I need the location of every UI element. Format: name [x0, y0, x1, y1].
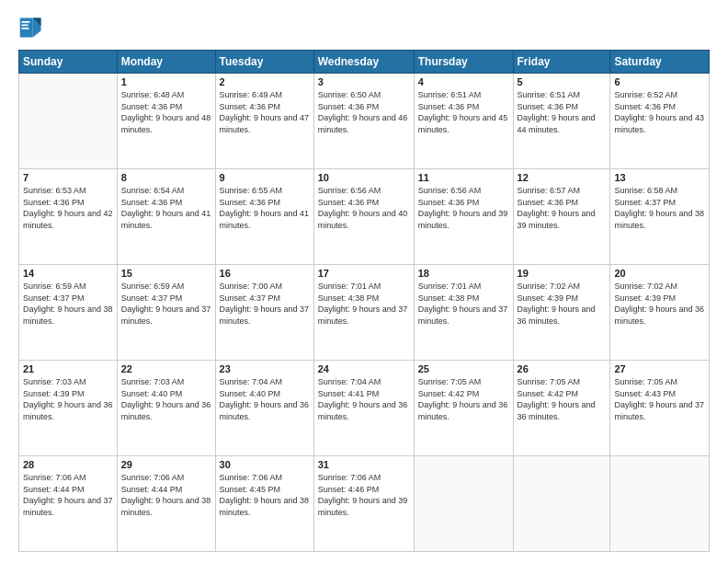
day-info: Sunrise: 6:51 AMSunset: 4:36 PMDaylight:… [518, 89, 607, 135]
page: SundayMondayTuesdayWednesdayThursdayFrid… [0, 0, 728, 563]
day-number: 19 [518, 268, 607, 279]
logo [18, 15, 48, 40]
calendar-cell: 13Sunrise: 6:58 AMSunset: 4:37 PMDayligh… [610, 169, 710, 265]
header [18, 15, 710, 40]
calendar-cell [414, 456, 513, 552]
day-info: Sunrise: 7:05 AMSunset: 4:42 PMDaylight:… [418, 376, 509, 422]
day-number: 24 [318, 363, 410, 374]
day-number: 12 [518, 172, 607, 183]
svg-rect-4 [22, 21, 30, 23]
weekday-header: Wednesday [313, 51, 414, 74]
calendar-week-row: 14Sunrise: 6:59 AMSunset: 4:37 PMDayligh… [19, 265, 710, 361]
day-info: Sunrise: 6:59 AMSunset: 4:37 PMDaylight:… [23, 281, 113, 327]
day-info: Sunrise: 7:03 AMSunset: 4:39 PMDaylight:… [23, 376, 113, 422]
calendar-cell: 11Sunrise: 6:56 AMSunset: 4:36 PMDayligh… [414, 169, 513, 265]
day-info: Sunrise: 7:05 AMSunset: 4:42 PMDaylight:… [518, 376, 607, 422]
calendar-cell: 4Sunrise: 6:51 AMSunset: 4:36 PMDaylight… [414, 74, 513, 169]
calendar-cell: 9Sunrise: 6:55 AMSunset: 4:36 PMDaylight… [215, 169, 313, 265]
calendar-cell: 5Sunrise: 6:51 AMSunset: 4:36 PMDaylight… [513, 74, 610, 169]
day-number: 27 [614, 363, 705, 374]
day-number: 3 [318, 76, 410, 87]
day-number: 15 [121, 268, 211, 279]
weekday-header: Tuesday [215, 51, 313, 74]
calendar-cell: 15Sunrise: 6:59 AMSunset: 4:37 PMDayligh… [117, 265, 215, 361]
calendar-cell: 27Sunrise: 7:05 AMSunset: 4:43 PMDayligh… [610, 361, 710, 456]
day-number: 23 [220, 363, 310, 374]
day-info: Sunrise: 7:04 AMSunset: 4:40 PMDaylight:… [220, 376, 310, 422]
day-info: Sunrise: 6:52 AMSunset: 4:36 PMDaylight:… [614, 89, 705, 135]
day-info: Sunrise: 6:49 AMSunset: 4:36 PMDaylight:… [220, 89, 310, 135]
calendar-cell: 8Sunrise: 6:54 AMSunset: 4:36 PMDaylight… [117, 169, 215, 265]
calendar-week-row: 1Sunrise: 6:48 AMSunset: 4:36 PMDaylight… [19, 74, 710, 169]
day-number: 5 [518, 76, 607, 87]
calendar-body: 1Sunrise: 6:48 AMSunset: 4:36 PMDaylight… [19, 74, 710, 552]
calendar-week-row: 28Sunrise: 7:06 AMSunset: 4:44 PMDayligh… [19, 456, 710, 552]
day-info: Sunrise: 6:54 AMSunset: 4:36 PMDaylight:… [121, 185, 211, 231]
day-info: Sunrise: 6:50 AMSunset: 4:36 PMDaylight:… [318, 89, 410, 135]
calendar-table: SundayMondayTuesdayWednesdayThursdayFrid… [18, 50, 710, 552]
day-info: Sunrise: 6:53 AMSunset: 4:36 PMDaylight:… [23, 185, 113, 231]
calendar-cell [513, 456, 610, 552]
day-info: Sunrise: 7:02 AMSunset: 4:39 PMDaylight:… [614, 281, 705, 327]
day-number: 14 [23, 268, 113, 279]
day-info: Sunrise: 6:48 AMSunset: 4:36 PMDaylight:… [121, 89, 211, 135]
calendar-cell: 2Sunrise: 6:49 AMSunset: 4:36 PMDaylight… [215, 74, 313, 169]
calendar-cell: 7Sunrise: 6:53 AMSunset: 4:36 PMDaylight… [19, 169, 118, 265]
day-number: 13 [614, 172, 705, 183]
calendar-cell: 18Sunrise: 7:01 AMSunset: 4:38 PMDayligh… [414, 265, 513, 361]
weekday-header: Monday [117, 51, 215, 74]
calendar-header: SundayMondayTuesdayWednesdayThursdayFrid… [19, 51, 710, 74]
day-number: 11 [418, 172, 509, 183]
day-number: 4 [418, 76, 509, 87]
day-number: 16 [220, 268, 310, 279]
day-info: Sunrise: 6:57 AMSunset: 4:36 PMDaylight:… [518, 185, 607, 231]
day-info: Sunrise: 7:06 AMSunset: 4:44 PMDaylight:… [23, 472, 113, 518]
calendar-cell: 14Sunrise: 6:59 AMSunset: 4:37 PMDayligh… [19, 265, 118, 361]
logo-icon [18, 15, 44, 40]
calendar-cell: 30Sunrise: 7:06 AMSunset: 4:45 PMDayligh… [215, 456, 313, 552]
day-info: Sunrise: 7:02 AMSunset: 4:39 PMDaylight:… [518, 281, 607, 327]
day-number: 17 [318, 268, 410, 279]
day-number: 26 [518, 363, 607, 374]
day-info: Sunrise: 7:04 AMSunset: 4:41 PMDaylight:… [318, 376, 410, 422]
calendar-cell: 26Sunrise: 7:05 AMSunset: 4:42 PMDayligh… [513, 361, 610, 456]
calendar-cell: 22Sunrise: 7:03 AMSunset: 4:40 PMDayligh… [117, 361, 215, 456]
day-info: Sunrise: 7:05 AMSunset: 4:43 PMDaylight:… [614, 376, 705, 422]
weekday-header: Thursday [414, 51, 513, 74]
day-info: Sunrise: 6:55 AMSunset: 4:36 PMDaylight:… [220, 185, 310, 231]
calendar-cell: 20Sunrise: 7:02 AMSunset: 4:39 PMDayligh… [610, 265, 710, 361]
day-info: Sunrise: 7:06 AMSunset: 4:44 PMDaylight:… [121, 472, 211, 518]
day-info: Sunrise: 6:56 AMSunset: 4:36 PMDaylight:… [418, 185, 509, 231]
calendar-cell: 1Sunrise: 6:48 AMSunset: 4:36 PMDaylight… [117, 74, 215, 169]
day-number: 21 [23, 363, 113, 374]
calendar-cell: 19Sunrise: 7:02 AMSunset: 4:39 PMDayligh… [513, 265, 610, 361]
day-number: 6 [614, 76, 705, 87]
day-info: Sunrise: 7:00 AMSunset: 4:37 PMDaylight:… [220, 281, 310, 327]
day-number: 28 [23, 459, 113, 470]
calendar-cell: 10Sunrise: 6:56 AMSunset: 4:36 PMDayligh… [313, 169, 414, 265]
day-number: 8 [121, 172, 211, 183]
calendar-cell: 21Sunrise: 7:03 AMSunset: 4:39 PMDayligh… [19, 361, 118, 456]
day-info: Sunrise: 6:59 AMSunset: 4:37 PMDaylight:… [121, 281, 211, 327]
day-info: Sunrise: 7:01 AMSunset: 4:38 PMDaylight:… [318, 281, 410, 327]
weekday-row: SundayMondayTuesdayWednesdayThursdayFrid… [19, 51, 710, 74]
weekday-header: Saturday [610, 51, 710, 74]
calendar-cell: 12Sunrise: 6:57 AMSunset: 4:36 PMDayligh… [513, 169, 610, 265]
day-info: Sunrise: 6:56 AMSunset: 4:36 PMDaylight:… [318, 185, 410, 231]
day-info: Sunrise: 7:01 AMSunset: 4:38 PMDaylight:… [418, 281, 509, 327]
calendar-cell: 6Sunrise: 6:52 AMSunset: 4:36 PMDaylight… [610, 74, 710, 169]
calendar-cell [19, 74, 118, 169]
calendar-week-row: 21Sunrise: 7:03 AMSunset: 4:39 PMDayligh… [19, 361, 710, 456]
day-info: Sunrise: 6:51 AMSunset: 4:36 PMDaylight:… [418, 89, 509, 135]
calendar-cell: 29Sunrise: 7:06 AMSunset: 4:44 PMDayligh… [117, 456, 215, 552]
calendar-cell [610, 456, 710, 552]
calendar-week-row: 7Sunrise: 6:53 AMSunset: 4:36 PMDaylight… [19, 169, 710, 265]
day-info: Sunrise: 6:58 AMSunset: 4:37 PMDaylight:… [614, 185, 705, 231]
day-number: 22 [121, 363, 211, 374]
day-number: 18 [418, 268, 509, 279]
weekday-header: Sunday [19, 51, 118, 74]
day-number: 20 [614, 268, 705, 279]
calendar-cell: 25Sunrise: 7:05 AMSunset: 4:42 PMDayligh… [414, 361, 513, 456]
day-number: 7 [23, 172, 113, 183]
day-info: Sunrise: 7:06 AMSunset: 4:46 PMDaylight:… [318, 472, 410, 518]
